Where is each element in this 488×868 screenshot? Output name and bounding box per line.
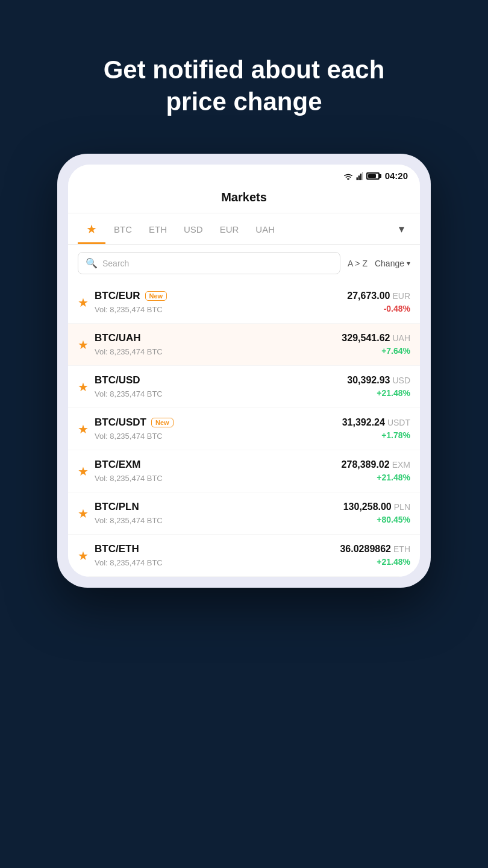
market-pair-row: BTC/EXM: [95, 459, 342, 471]
market-info: BTC/UAH Vol: 8,235,474 BTC: [95, 332, 342, 357]
market-price-row: 329,541.62 UAH: [342, 333, 410, 344]
tab-uah[interactable]: UAH: [247, 216, 283, 242]
tab-btc[interactable]: BTC: [105, 216, 140, 242]
star-icon[interactable]: ★: [78, 295, 89, 310]
market-volume: Vol: 8,235,474 BTC: [95, 558, 163, 567]
market-volume: Vol: 8,235,474 BTC: [95, 389, 163, 398]
price-currency: EUR: [392, 291, 410, 301]
search-placeholder: Search: [102, 259, 129, 268]
market-volume: Vol: 8,235,474 BTC: [95, 432, 163, 441]
market-row[interactable]: ★ BTC/USD Vol: 8,235,474 BTC 30,392.93 U…: [68, 366, 420, 408]
market-row[interactable]: ★ BTC/ETH Vol: 8,235,474 BTC 36.0289862 …: [68, 535, 420, 577]
market-price-col: 130,258.00 PLN +80.45%: [343, 502, 410, 525]
market-info: BTC/PLN Vol: 8,235,474 BTC: [95, 501, 343, 526]
price-value: 30,392.93: [347, 375, 390, 386]
market-info: BTC/USD Vol: 8,235,474 BTC: [95, 374, 347, 399]
market-price-col: 36.0289862 ETH +21.48%: [340, 544, 410, 567]
filter-az-button[interactable]: A > Z: [348, 259, 368, 268]
market-volume: Vol: 8,235,474 BTC: [95, 305, 163, 314]
market-price-row: 278,389.02 EXM: [342, 459, 410, 470]
market-row[interactable]: ★ BTC/PLN Vol: 8,235,474 BTC 130,258.00 …: [68, 492, 420, 535]
status-time: 04:20: [385, 171, 408, 181]
market-pair-row: BTC/USD: [95, 374, 347, 386]
price-currency: ETH: [393, 544, 410, 554]
price-change: +7.64%: [381, 346, 410, 356]
market-info: BTC/EXM Vol: 8,235,474 BTC: [95, 459, 342, 483]
price-value: 130,258.00: [343, 502, 392, 512]
tab-usd[interactable]: USD: [175, 216, 211, 242]
search-filter-row: 🔍 Search A > Z Change ▾: [68, 245, 420, 281]
price-change: -0.48%: [384, 304, 410, 313]
market-price-col: 278,389.02 EXM +21.48%: [342, 459, 410, 483]
market-pair-row: BTC/ETH: [95, 543, 340, 555]
chevron-down-icon: ▾: [407, 259, 410, 268]
svg-rect-0: [356, 177, 357, 180]
market-price-col: 329,541.62 UAH +7.64%: [342, 333, 410, 356]
market-price-col: 30,392.93 USD +21.48%: [347, 375, 410, 398]
price-value: 27,673.00: [347, 291, 390, 301]
price-change: +21.48%: [377, 473, 410, 482]
tab-dropdown-icon[interactable]: ▾: [393, 214, 410, 244]
filter-change-label: Change: [375, 259, 404, 268]
price-change: +1.78%: [381, 430, 410, 440]
price-currency: PLN: [394, 502, 410, 512]
market-row[interactable]: ★ BTC/USDT New Vol: 8,235,474 BTC 31,392…: [68, 408, 420, 450]
star-icon[interactable]: ★: [78, 338, 89, 352]
svg-rect-1: [358, 175, 359, 180]
market-price-col: 31,392.24 USDT +1.78%: [342, 417, 410, 441]
price-change: +21.48%: [377, 388, 410, 398]
star-icon[interactable]: ★: [78, 464, 89, 479]
star-icon[interactable]: ★: [78, 549, 89, 563]
price-value: 31,392.24: [342, 417, 385, 428]
market-volume: Vol: 8,235,474 BTC: [95, 347, 163, 356]
price-currency: EXM: [392, 460, 410, 470]
status-icons: 04:20: [343, 171, 408, 181]
market-pair-row: BTC/PLN: [95, 501, 343, 513]
market-volume: Vol: 8,235,474 BTC: [95, 474, 163, 483]
phone-mockup: 04:20 Markets ★ BTC ETH USD EUR UAH ▾ 🔍 …: [57, 154, 431, 588]
market-row[interactable]: ★ BTC/EXM Vol: 8,235,474 BTC 278,389.02 …: [68, 450, 420, 492]
wifi-icon: [343, 172, 353, 180]
search-box[interactable]: 🔍 Search: [78, 252, 340, 274]
market-pair-row: BTC/USDT New: [95, 417, 342, 429]
market-pair-name: BTC/UAH: [95, 332, 141, 344]
market-pair-name: BTC/PLN: [95, 501, 139, 513]
market-price-row: 130,258.00 PLN: [343, 502, 410, 512]
market-volume: Vol: 8,235,474 BTC: [95, 516, 163, 525]
star-icon[interactable]: ★: [78, 506, 89, 521]
price-change: +80.45%: [377, 515, 410, 524]
market-price-col: 27,673.00 EUR -0.48%: [347, 291, 410, 314]
market-price-row: 31,392.24 USDT: [342, 417, 410, 428]
market-pair-name: BTC/EUR: [95, 290, 140, 302]
new-badge: New: [145, 291, 167, 301]
filter-change-button[interactable]: Change ▾: [375, 259, 410, 268]
app-header-title: Markets: [221, 190, 267, 204]
market-price-row: 30,392.93 USD: [347, 375, 410, 386]
market-price-row: 36.0289862 ETH: [340, 544, 410, 555]
star-icon[interactable]: ★: [78, 422, 89, 436]
price-change: +21.48%: [377, 557, 410, 567]
market-pair-name: BTC/ETH: [95, 543, 139, 555]
tab-eth[interactable]: ETH: [140, 216, 175, 242]
price-currency: USDT: [387, 418, 410, 427]
price-value: 278,389.02: [342, 459, 390, 470]
app-header: Markets: [68, 184, 420, 213]
market-pair-name: BTC/USD: [95, 374, 140, 386]
tab-bar[interactable]: ★ BTC ETH USD EUR UAH ▾: [68, 213, 420, 245]
market-price-row: 27,673.00 EUR: [347, 291, 410, 301]
market-row[interactable]: ★ BTC/EUR New Vol: 8,235,474 BTC 27,673.…: [68, 281, 420, 324]
tab-eur[interactable]: EUR: [211, 216, 248, 242]
star-icon[interactable]: ★: [78, 380, 89, 394]
market-pair-row: BTC/EUR New: [95, 290, 347, 302]
phone-screen: 04:20 Markets ★ BTC ETH USD EUR UAH ▾ 🔍 …: [68, 165, 420, 577]
market-info: BTC/EUR New Vol: 8,235,474 BTC: [95, 290, 347, 315]
market-pair-row: BTC/UAH: [95, 332, 342, 344]
search-icon: 🔍: [86, 257, 98, 269]
tab-favorites[interactable]: ★: [78, 213, 105, 244]
signal-icon: [356, 172, 363, 180]
svg-rect-2: [360, 174, 361, 180]
svg-rect-3: [362, 172, 363, 180]
market-row[interactable]: ★ BTC/UAH Vol: 8,235,474 BTC 329,541.62 …: [68, 324, 420, 366]
price-value: 36.0289862: [340, 544, 391, 555]
price-value: 329,541.62: [342, 333, 390, 344]
